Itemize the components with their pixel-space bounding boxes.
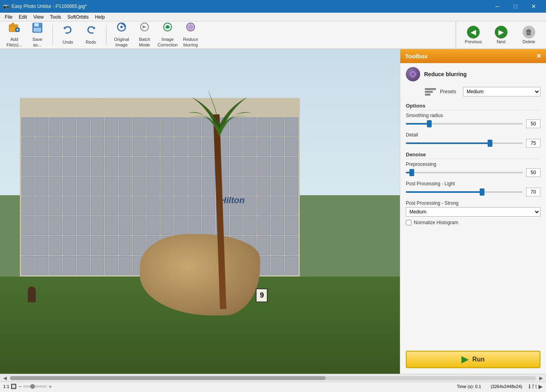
zoom-slider-thumb[interactable] [30, 384, 35, 389]
menu-help[interactable]: Help [92, 13, 108, 21]
hotel-window [257, 236, 270, 255]
preprocessing-track[interactable] [406, 172, 523, 173]
hotel-window [63, 256, 76, 275]
hotel-window [49, 177, 62, 196]
original-image-label: OriginalImage [114, 37, 129, 47]
preprocessing-thumb[interactable] [409, 169, 414, 176]
detail-thumb[interactable] [488, 140, 492, 147]
undo-button[interactable]: Undo [57, 23, 79, 47]
smoothing-radius-control: 50 [406, 119, 540, 128]
reduce-blurring-icon [185, 22, 197, 36]
hotel-window [285, 256, 298, 275]
add-files-button[interactable]: AddFile(s)... [3, 23, 25, 47]
hotel-window [35, 196, 48, 215]
image-area[interactable]: Hilton 9 [0, 49, 400, 374]
twitter-icon[interactable]: t [535, 383, 537, 390]
zoom-out-button[interactable]: − [18, 383, 21, 390]
redo-button[interactable]: Redo [80, 23, 102, 47]
post-strong-select[interactable]: Medium None Low High [406, 207, 540, 217]
hotel-window [91, 117, 104, 136]
post-light-row: Post Processing - Light 70 [406, 181, 540, 196]
hotel-window [21, 216, 35, 235]
youtube-icon[interactable]: ▶ [538, 383, 543, 390]
hotel-window [147, 196, 160, 215]
palm-fronds [180, 65, 259, 145]
post-light-track[interactable] [406, 191, 523, 193]
previous-label: Previous [465, 39, 482, 44]
detail-track[interactable] [406, 142, 523, 144]
title-text: Easy Photo Unblur - P1100665.jpg* [12, 4, 87, 9]
svg-point-11 [166, 25, 169, 29]
close-button[interactable]: ✕ [525, 0, 543, 13]
maximize-button[interactable]: □ [506, 0, 525, 13]
delete-button[interactable]: 🗑 Delete [515, 23, 543, 47]
scroll-left-arrow[interactable]: ◀ [2, 375, 8, 381]
status-dimensions: (3264x2448x24) [491, 384, 523, 389]
menu-view[interactable]: View [30, 13, 47, 21]
hotel-window [91, 216, 104, 235]
original-image-button[interactable]: OriginalImage [110, 23, 133, 47]
hotel-window [49, 196, 62, 215]
presets-select[interactable]: Medium Low High Custom [463, 87, 540, 96]
hotel-window [63, 177, 76, 196]
status-icons: ℹ f t ▶ [529, 383, 543, 390]
toolbox-close-button[interactable]: ✕ [536, 52, 541, 60]
normalize-checkbox[interactable] [406, 220, 411, 225]
menu-edit[interactable]: Edit [15, 13, 30, 21]
menu-tools[interactable]: Tools [47, 13, 64, 21]
zoom-in-button[interactable]: + [48, 383, 52, 390]
toolbar: AddFile(s)... Saveas... Undo [0, 21, 546, 49]
minimize-button[interactable]: ─ [488, 0, 506, 13]
normalize-row: Normalize Histogram [406, 220, 540, 225]
add-files-icon [8, 22, 20, 36]
smoothing-radius-fill [406, 123, 429, 125]
smoothing-radius-value[interactable]: 50 [526, 119, 540, 128]
post-light-thumb[interactable] [480, 188, 484, 196]
next-button[interactable]: ▶ Next [487, 23, 515, 47]
preprocessing-label: Preprocessing [406, 161, 540, 167]
hotel-window [105, 157, 118, 176]
batch-mode-icon [139, 22, 150, 36]
menu-file[interactable]: File [2, 13, 15, 21]
facebook-icon[interactable]: f [532, 383, 534, 390]
toolbox-panel: Toolbox ✕ Reduce blurring [400, 49, 546, 374]
hotel-window [105, 196, 118, 215]
image-correction-label: ImageCorrection [158, 37, 178, 47]
image-correction-button[interactable]: ImageCorrection [156, 23, 179, 47]
menu-softorbits[interactable]: SoftOrbits [64, 13, 92, 21]
image-correction-icon [162, 22, 174, 36]
hotel-window [285, 216, 298, 235]
info-icon[interactable]: ℹ [529, 383, 531, 390]
save-as-button[interactable]: Saveas... [26, 23, 48, 47]
scroll-track[interactable] [10, 376, 536, 380]
hotel-window [63, 157, 76, 176]
post-light-value[interactable]: 70 [526, 188, 540, 196]
hotel-window [285, 177, 298, 196]
scroll-right-arrow[interactable]: ▶ [538, 375, 544, 381]
previous-button[interactable]: ◀ Previous [459, 23, 487, 47]
toolbar-group-main: AddFile(s)... Saveas... [3, 23, 48, 47]
scroll-thumb[interactable] [10, 376, 326, 380]
preset-line-2 [425, 91, 433, 93]
preprocessing-value[interactable]: 50 [526, 168, 540, 177]
smoothing-radius-track[interactable] [406, 123, 523, 125]
hotel-window [230, 157, 243, 176]
smoothing-radius-thumb[interactable] [427, 120, 432, 127]
zoom-slider-track[interactable] [23, 385, 47, 388]
hotel-window [91, 196, 104, 215]
svg-rect-3 [34, 23, 39, 27]
hotel-window [174, 196, 187, 215]
run-button[interactable]: ▶ Run [406, 351, 540, 368]
batch-mode-button[interactable]: BatchMode [133, 23, 156, 47]
delete-icon: 🗑 [523, 26, 535, 38]
hotel-window [257, 157, 270, 176]
presets-icon [424, 85, 437, 98]
hotel-window [91, 137, 104, 156]
reduce-blurring-button[interactable]: Reduceblurring [179, 23, 202, 47]
detail-value[interactable]: 75 [526, 139, 540, 148]
detail-label: Detail [406, 132, 540, 138]
hotel-window [174, 177, 187, 196]
post-strong-row: Post Processing - Strong Medium None Low… [406, 200, 540, 217]
hotel-window [49, 157, 62, 176]
preset-line-1 [425, 88, 436, 90]
